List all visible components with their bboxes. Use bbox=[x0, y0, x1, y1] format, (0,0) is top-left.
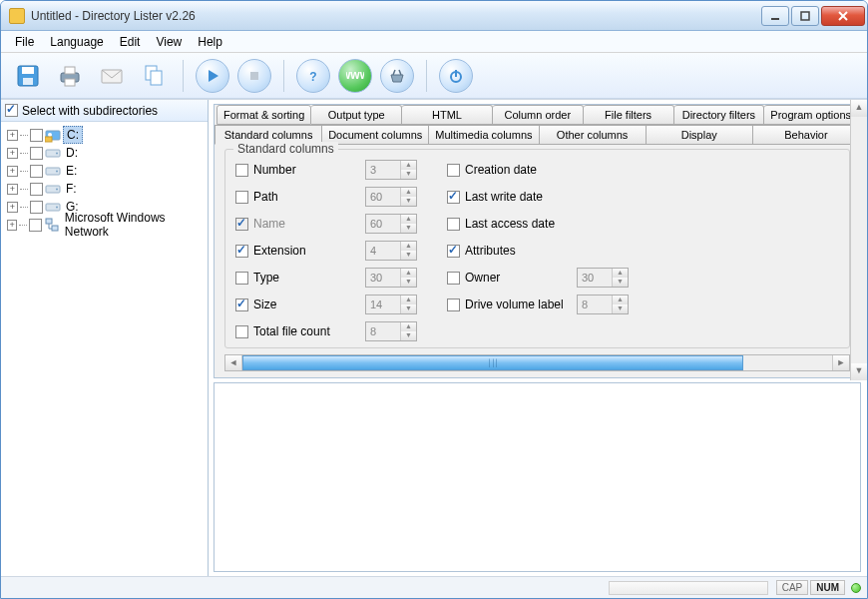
spinner-up[interactable]: ▲ bbox=[401, 296, 416, 304]
spinner-up[interactable]: ▲ bbox=[401, 322, 416, 331]
close-button[interactable] bbox=[821, 6, 865, 26]
tab[interactable]: Column order bbox=[493, 105, 584, 125]
stop-button[interactable] bbox=[235, 57, 273, 95]
column-checkbox-label[interactable]: Drive volume label bbox=[447, 298, 577, 311]
scroll-right-arrow[interactable]: ► bbox=[832, 355, 849, 370]
column-checkbox[interactable] bbox=[447, 218, 460, 231]
tab[interactable]: HTML bbox=[402, 105, 493, 125]
spinner-down[interactable]: ▼ bbox=[613, 278, 628, 287]
spinner-up[interactable]: ▲ bbox=[401, 215, 416, 224]
column-checkbox[interactable] bbox=[447, 164, 460, 177]
menu-help[interactable]: Help bbox=[190, 33, 230, 51]
column-checkbox[interactable] bbox=[235, 245, 248, 258]
scroll-down-arrow[interactable]: ▼ bbox=[851, 363, 867, 380]
column-checkbox[interactable] bbox=[235, 272, 248, 285]
column-checkbox[interactable] bbox=[235, 191, 248, 204]
column-checkbox-label[interactable]: Total file count bbox=[235, 324, 365, 338]
column-width-spinner[interactable]: ▲▼ bbox=[365, 268, 417, 288]
start-button[interactable] bbox=[194, 57, 231, 95]
tab[interactable]: Behavior bbox=[753, 125, 860, 145]
tree-item[interactable]: +F: bbox=[3, 180, 206, 198]
tree-checkbox[interactable] bbox=[30, 147, 43, 160]
tree-item[interactable]: +Microsoft Windows Network bbox=[3, 216, 206, 234]
expand-icon[interactable]: + bbox=[7, 220, 17, 231]
column-checkbox-label[interactable]: Path bbox=[235, 190, 365, 204]
titlebar[interactable]: Untitled - Directory Lister v2.26 bbox=[1, 1, 867, 31]
power-button[interactable] bbox=[437, 57, 475, 95]
column-checkbox-label[interactable]: Last access date bbox=[447, 217, 577, 231]
tree-checkbox[interactable] bbox=[30, 201, 43, 214]
column-checkbox-label[interactable]: Owner bbox=[447, 271, 577, 285]
expand-icon[interactable]: + bbox=[7, 148, 18, 159]
scroll-thumb[interactable] bbox=[242, 355, 743, 370]
spinner-up[interactable]: ▲ bbox=[613, 296, 628, 304]
column-width-spinner[interactable]: ▲▼ bbox=[365, 321, 417, 341]
spinner-down[interactable]: ▼ bbox=[401, 331, 416, 340]
web-button[interactable]: www bbox=[336, 57, 374, 95]
menu-language[interactable]: Language bbox=[42, 33, 111, 51]
spinner-down[interactable]: ▼ bbox=[401, 197, 416, 206]
spinner-up[interactable]: ▲ bbox=[401, 242, 416, 251]
column-checkbox-label[interactable]: Size bbox=[235, 298, 365, 311]
column-checkbox-label[interactable]: Type bbox=[235, 271, 365, 285]
tree-item[interactable]: +C: bbox=[3, 126, 206, 144]
vertical-scrollbar[interactable]: ▲ ▼ bbox=[850, 100, 867, 380]
column-width-spinner[interactable]: ▲▼ bbox=[365, 160, 417, 180]
spinner-up[interactable]: ▲ bbox=[401, 188, 416, 197]
column-width-spinner[interactable]: ▲▼ bbox=[577, 295, 629, 314]
spinner-value[interactable] bbox=[366, 188, 400, 206]
spinner-value[interactable] bbox=[366, 242, 400, 260]
spinner-up[interactable]: ▲ bbox=[613, 269, 628, 278]
tree-checkbox[interactable] bbox=[30, 129, 43, 142]
tab[interactable]: Display bbox=[647, 125, 753, 145]
minimize-button[interactable] bbox=[761, 6, 789, 26]
column-width-spinner[interactable]: ▲▼ bbox=[365, 214, 417, 234]
menu-edit[interactable]: Edit bbox=[112, 33, 149, 51]
column-checkbox-label[interactable]: Last write date bbox=[447, 190, 577, 204]
column-checkbox[interactable] bbox=[235, 299, 248, 311]
column-checkbox[interactable] bbox=[447, 272, 460, 285]
tab[interactable]: Document columns bbox=[322, 125, 429, 145]
spinner-value[interactable] bbox=[366, 215, 400, 233]
spinner-value[interactable] bbox=[366, 296, 400, 313]
buy-button[interactable] bbox=[378, 57, 416, 95]
save-button[interactable] bbox=[9, 57, 47, 95]
select-subdirectories-checkbox[interactable] bbox=[5, 104, 18, 117]
tab[interactable]: Output type bbox=[311, 105, 402, 125]
tree-checkbox[interactable] bbox=[30, 183, 43, 196]
column-width-spinner[interactable]: ▲▼ bbox=[365, 187, 417, 207]
column-width-spinner[interactable]: ▲▼ bbox=[577, 268, 629, 288]
spinner-down[interactable]: ▼ bbox=[401, 170, 416, 179]
tab[interactable]: Multimedia columns bbox=[429, 125, 539, 145]
expand-icon[interactable]: + bbox=[7, 130, 18, 141]
spinner-down[interactable]: ▼ bbox=[401, 278, 416, 287]
tab[interactable]: File filters bbox=[584, 105, 674, 125]
spinner-value[interactable] bbox=[366, 269, 400, 287]
spinner-value[interactable] bbox=[578, 296, 612, 313]
expand-icon[interactable]: + bbox=[7, 202, 18, 213]
column-checkbox-label[interactable]: Creation date bbox=[447, 163, 577, 177]
column-checkbox[interactable] bbox=[447, 299, 460, 311]
menu-file[interactable]: File bbox=[7, 33, 42, 51]
tree-checkbox[interactable] bbox=[29, 219, 42, 232]
menu-view[interactable]: View bbox=[148, 33, 190, 51]
mail-button[interactable] bbox=[93, 57, 131, 95]
column-width-spinner[interactable]: ▲▼ bbox=[365, 295, 417, 314]
column-checkbox-label[interactable]: Extension bbox=[235, 244, 365, 258]
maximize-button[interactable] bbox=[791, 6, 819, 26]
spinner-value[interactable] bbox=[578, 269, 612, 287]
tab[interactable]: Program options bbox=[764, 105, 858, 125]
column-checkbox[interactable] bbox=[447, 191, 460, 204]
tab[interactable]: Directory filters bbox=[674, 105, 765, 125]
copy-button[interactable] bbox=[135, 57, 173, 95]
column-checkbox-label[interactable]: Number bbox=[235, 163, 365, 177]
column-checkbox[interactable] bbox=[235, 218, 248, 231]
tab[interactable]: Format & sorting bbox=[217, 105, 311, 125]
spinner-down[interactable]: ▼ bbox=[401, 251, 416, 260]
scroll-track[interactable] bbox=[851, 117, 867, 363]
tab[interactable]: Other columns bbox=[540, 125, 647, 145]
scroll-left-arrow[interactable]: ◄ bbox=[225, 355, 242, 370]
scroll-track[interactable] bbox=[242, 355, 832, 370]
spinner-up[interactable]: ▲ bbox=[401, 161, 416, 170]
tree-item[interactable]: +E: bbox=[3, 162, 206, 180]
